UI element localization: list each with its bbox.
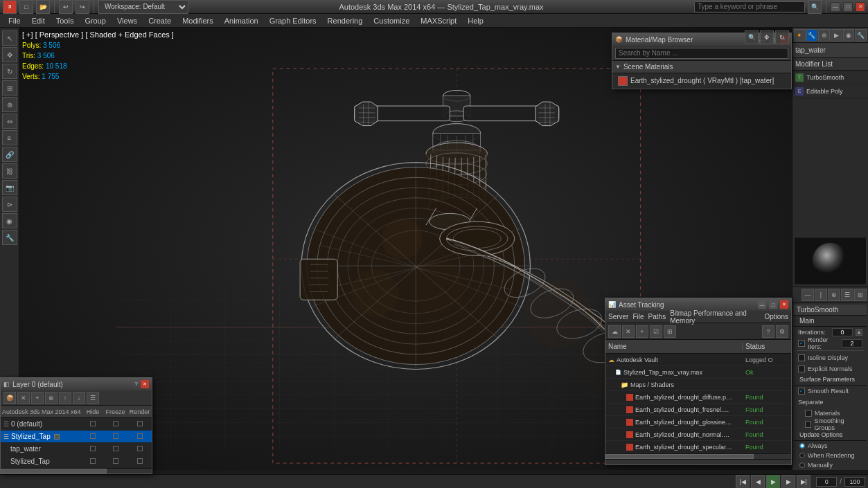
- layers-btn-delete[interactable]: ✕: [17, 392, 30, 404]
- modifier-editable-poly[interactable]: E Editable Poly: [792, 84, 868, 98]
- iterations-spinner[interactable]: ▲: [856, 329, 862, 336]
- utilities-btn[interactable]: 🔧: [2, 230, 17, 245]
- create-panel-btn[interactable]: ✦: [794, 29, 806, 42]
- asset-row-maxfile[interactable]: 📄 Stylized_Tap_max_vray.max Ok: [605, 366, 791, 379]
- menu-edit[interactable]: Edit: [26, 14, 51, 28]
- modifier-turbosmooth[interactable]: T TurboSmooth: [792, 71, 868, 84]
- app-icon[interactable]: 3: [3, 0, 17, 14]
- turbosmooth-section[interactable]: TurboSmooth: [794, 305, 867, 316]
- render-iters-checkbox[interactable]: [798, 340, 805, 347]
- layers-btn-add[interactable]: +: [31, 392, 44, 404]
- select-btn[interactable]: ↖: [2, 30, 17, 46]
- go-end-btn[interactable]: ▶|: [797, 475, 811, 489]
- go-start-btn[interactable]: |◀: [736, 475, 750, 489]
- asset-bottom-scroll-thumb[interactable]: [605, 460, 791, 464]
- smoothing-groups-checkbox[interactable]: [805, 421, 811, 428]
- asset-row-specular[interactable]: Earth_stylized_drought_specular.png Foun…: [605, 441, 791, 453]
- layers-btn-5[interactable]: ↓: [73, 392, 85, 404]
- layers-btn-3[interactable]: ⊕: [45, 392, 57, 404]
- layers-hscrollbar[interactable]: [1, 468, 152, 473]
- asset-btn-2[interactable]: ✕: [622, 325, 635, 338]
- isoline-checkbox[interactable]: [798, 354, 805, 361]
- asset-hscroll-thumb[interactable]: [605, 454, 754, 459]
- materials-checkbox[interactable]: [805, 410, 812, 417]
- asset-row-glossiness[interactable]: Earth_stylized_drought_glossiness.png Fo…: [605, 416, 791, 428]
- main-section[interactable]: Main: [794, 316, 867, 327]
- undo-btn[interactable]: ↩: [59, 0, 73, 14]
- asset-menu-bitmap[interactable]: Bitmap Performance and Memory: [670, 309, 760, 325]
- asset-tracking-maximize[interactable]: □: [769, 300, 777, 309]
- play-btn[interactable]: ▶: [766, 475, 780, 489]
- display-panel-btn[interactable]: ◉: [843, 29, 855, 42]
- manually-radio[interactable]: [799, 462, 805, 468]
- rotate-btn[interactable]: ↻: [2, 64, 17, 79]
- asset-row-fresnel[interactable]: Earth_stylized_drought_fresnel.png Found: [605, 404, 791, 416]
- align-btn[interactable]: ≡: [2, 130, 17, 145]
- motion-panel-btn[interactable]: ▶: [831, 29, 842, 42]
- scale-btn[interactable]: ⊞: [2, 80, 17, 96]
- hierarchy-btn[interactable]: ⊳: [2, 197, 17, 212]
- asset-row-maps[interactable]: 📁 Maps / Shaders: [605, 379, 791, 391]
- close-btn[interactable]: ✕: [856, 2, 865, 12]
- icon-btn-3[interactable]: ⊕: [828, 289, 840, 301]
- object-name-field[interactable]: tap_water: [792, 43, 868, 58]
- next-frame-btn[interactable]: ▶: [781, 475, 795, 489]
- menu-file[interactable]: File: [3, 14, 26, 28]
- search-btn[interactable]: 🔍: [808, 0, 822, 14]
- orbit-btn[interactable]: ↻: [775, 30, 789, 44]
- menu-animation[interactable]: Animation: [219, 14, 264, 28]
- workspace-selector[interactable]: Workspace: Default: [98, 0, 188, 14]
- smooth-result-checkbox[interactable]: [798, 388, 805, 395]
- frame-input[interactable]: [816, 477, 837, 487]
- search-input[interactable]: [694, 1, 805, 12]
- material-item-earth[interactable]: Earth_stylized_drought ( VRayMtl ) [tap_…: [612, 73, 791, 89]
- always-radio[interactable]: [799, 443, 805, 449]
- asset-tracking-close[interactable]: ✕: [780, 300, 788, 309]
- scene-materials-header[interactable]: ▼ Scene Materials: [612, 61, 791, 73]
- asset-btn-5[interactable]: ⊞: [664, 325, 676, 338]
- menu-rendering[interactable]: Rendering: [322, 14, 369, 28]
- maximize-btn[interactable]: □: [843, 2, 853, 12]
- prev-frame-btn[interactable]: ◀: [751, 475, 765, 489]
- asset-row-normal[interactable]: Earth_stylized_drought_normal.png Found: [605, 428, 791, 441]
- asset-tracking-minimize[interactable]: —: [758, 300, 766, 309]
- display-btn[interactable]: ◉: [2, 213, 17, 228]
- menu-modifiers[interactable]: Modifiers: [177, 14, 219, 28]
- layers-btn-6[interactable]: ☰: [87, 392, 99, 404]
- layer-row-0[interactable]: ☰ 0 (default): [1, 418, 152, 431]
- link-btn[interactable]: 🔗: [2, 147, 17, 162]
- move-btn[interactable]: ✥: [2, 47, 17, 62]
- modify-panel-btn[interactable]: 🔧: [806, 29, 818, 42]
- asset-menu-file[interactable]: File: [632, 313, 644, 320]
- icon-btn-4[interactable]: ☰: [841, 289, 853, 301]
- layers-panel-header[interactable]: ◧ Layer 0 (default) ? ✕: [1, 378, 152, 390]
- update-options-section[interactable]: Update Options: [794, 430, 867, 441]
- layer-row-stylized-tap-2[interactable]: Stylized_Tap: [1, 455, 152, 468]
- when-rendering-radio[interactable]: [799, 453, 805, 458]
- asset-btn-1[interactable]: ☁: [608, 325, 621, 338]
- asset-row-vault[interactable]: ☁ Autodesk Vault Logged O: [605, 354, 791, 366]
- end-frame-input[interactable]: [844, 477, 865, 487]
- utilities-panel-btn[interactable]: 🔧: [855, 29, 867, 42]
- asset-menu-paths[interactable]: Paths: [648, 313, 666, 320]
- menu-graph-editors[interactable]: Graph Editors: [264, 14, 322, 28]
- menu-maxscript[interactable]: MAXScript: [415, 14, 462, 28]
- layers-panel-close[interactable]: ✕: [141, 380, 149, 388]
- icon-btn-2[interactable]: |: [815, 289, 827, 301]
- menu-customize[interactable]: Customize: [368, 14, 415, 28]
- icon-btn-1[interactable]: —: [801, 289, 814, 301]
- menu-create[interactable]: Create: [143, 14, 177, 28]
- pan-btn[interactable]: ✥: [760, 30, 774, 44]
- asset-bottom-scrollbar[interactable]: [605, 459, 791, 464]
- icon-btn-5[interactable]: ⊞: [854, 289, 867, 301]
- asset-hscrollbar[interactable]: [605, 453, 791, 459]
- render-iters-input[interactable]: [842, 339, 862, 347]
- layer-row-stylized-tap[interactable]: ☰ Stylized_Tap: [1, 431, 152, 443]
- layers-btn-1[interactable]: 📦: [3, 392, 16, 404]
- unlink-btn[interactable]: ⛓: [2, 163, 17, 179]
- asset-btn-help[interactable]: ?: [762, 325, 774, 338]
- minimize-btn[interactable]: —: [831, 2, 840, 12]
- iterations-input[interactable]: [832, 328, 853, 336]
- asset-menu-server[interactable]: Server: [608, 313, 628, 320]
- layers-help[interactable]: ?: [134, 381, 138, 388]
